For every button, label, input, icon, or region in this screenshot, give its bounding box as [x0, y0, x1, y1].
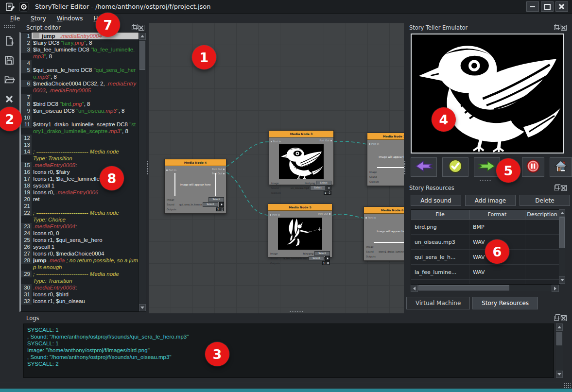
select-button[interactable]: Select	[203, 202, 218, 207]
scroll-up-icon[interactable]	[559, 209, 565, 217]
select-button[interactable]: Select	[314, 251, 330, 256]
scroll-up-icon[interactable]	[556, 324, 563, 331]
code-line[interactable]: 5$qui_sera_le_hero DC8 "qui_sera_le_hero…	[21, 67, 139, 80]
float-panel-icon[interactable]	[554, 316, 559, 321]
media-node[interactable]: Media Node 3Port InPort OutImagebird.png…	[269, 130, 334, 185]
outputs-spinner[interactable]: 1	[324, 191, 331, 195]
menu-story[interactable]: Story	[26, 15, 51, 22]
code-line[interactable]: 3$la_fee_luminelle DC8 "la_fee_luminelle…	[21, 46, 139, 60]
outputs-spinner[interactable]: 1	[322, 261, 330, 265]
close-panel-icon[interactable]	[561, 185, 567, 191]
ok-check-button[interactable]	[442, 157, 468, 177]
code-line[interactable]: 19Icons r0, .mediaEntry0006	[21, 189, 139, 196]
table-hscrollbar[interactable]	[411, 285, 559, 291]
tab-story-resources[interactable]: Story Resources	[472, 297, 538, 309]
toolbar-drag-handle[interactable]	[3, 25, 15, 28]
select-button[interactable]: Select	[316, 181, 331, 186]
menu-file[interactable]: File	[6, 15, 24, 22]
column-header[interactable]: Description	[525, 210, 559, 219]
code-line[interactable]: 10	[21, 114, 139, 121]
close-panel-icon[interactable]	[561, 25, 567, 31]
add-image-button[interactable]: Add image	[465, 195, 516, 206]
code-line[interactable]: 12	[21, 135, 139, 141]
scroll-down-icon[interactable]	[556, 371, 563, 378]
node-title[interactable]: Media Node 5	[268, 204, 332, 211]
code-line[interactable]: 32Icons r1, $un_oiseau	[21, 298, 139, 305]
select-button[interactable]: Select	[310, 186, 326, 190]
port-out[interactable]: Port Out	[318, 212, 330, 217]
back-arrow-button[interactable]	[411, 157, 437, 177]
port-in[interactable]: Port In	[271, 140, 281, 143]
code-line[interactable]: 27Icons r0, $mediaChoice0004	[21, 250, 139, 257]
column-header[interactable]: Format	[469, 210, 525, 219]
node-canvas[interactable]: Media Node 4Port InPort OutPort OutImage…	[149, 23, 404, 313]
code-line[interactable]: 25Icons r1, $qui_sera_le_hero	[21, 237, 139, 243]
code-line[interactable]: 14; ---------------------------- Media n…	[21, 148, 139, 162]
menu-windows[interactable]: Windows	[52, 15, 87, 22]
close-button[interactable]	[555, 1, 568, 12]
splitter-left[interactable]	[146, 160, 149, 175]
media-node[interactable]: Media Node 6Port InImage will appear her…	[364, 206, 404, 261]
code-line[interactable]: 21	[21, 203, 139, 209]
scroll-down-icon[interactable]	[559, 276, 565, 284]
table-row[interactable]: bird.pngBMP	[411, 220, 559, 235]
table-header-row[interactable]: FileFormatDescription	[411, 210, 559, 220]
port-in[interactable]: Port In	[270, 213, 280, 216]
node-title[interactable]: Media Node 6	[364, 207, 404, 214]
media-node[interactable]: Media Node 2Port InImage will appear her…	[367, 133, 404, 186]
code-line[interactable]: 26syscall 1	[21, 243, 139, 250]
code-line[interactable]: 1jump .mediaEntry0004	[21, 33, 139, 39]
new-file-button[interactable]	[2, 34, 17, 49]
speaker-icon[interactable]	[327, 186, 331, 190]
scroll-left-icon[interactable]	[411, 285, 418, 292]
code-line[interactable]: 29; ---------------------------- Media n…	[21, 271, 139, 284]
code-line[interactable]: 2$fairy DC8 "fairy.png", 8	[21, 39, 139, 46]
code-line[interactable]: 13	[21, 141, 139, 148]
scroll-down-icon[interactable]	[139, 304, 146, 311]
code-line[interactable]: 24Icons r0, 0	[21, 230, 139, 237]
logs-scrollbar[interactable]	[556, 324, 563, 378]
float-panel-icon[interactable]	[554, 186, 559, 190]
open-folder-button[interactable]	[2, 73, 17, 88]
close-project-button[interactable]	[2, 93, 17, 107]
window-resize-grip[interactable]	[564, 383, 571, 389]
scroll-right-icon[interactable]	[552, 285, 559, 292]
media-node[interactable]: Media Node 4Port InPort OutPort OutImage…	[164, 159, 226, 214]
titlebar[interactable]: StoryTeller Editor - /home/anthony/ostpr…	[0, 0, 572, 14]
port-out[interactable]: Port Out	[319, 139, 332, 143]
code-line[interactable]: 4	[21, 60, 139, 67]
logs-output[interactable]: SYSCALL: 1, Sound: "/home/anthony/ostpro…	[23, 324, 554, 378]
save-button[interactable]	[2, 54, 17, 68]
table-row[interactable]: la_fee_lumine...WAV	[411, 265, 559, 280]
speaker-icon[interactable]	[219, 202, 224, 207]
code-editor[interactable]: 1jump .mediaEntry00042$fairy DC8 "fairy.…	[19, 32, 146, 312]
node-title[interactable]: Media Node 3	[269, 131, 333, 137]
splitter-bottom[interactable]	[289, 310, 304, 313]
float-panel-icon[interactable]	[554, 25, 559, 30]
scroll-up-icon[interactable]	[139, 33, 146, 40]
code-line[interactable]: 23.mediaEntry0004:	[21, 223, 139, 230]
emulator-drag-handle[interactable]	[479, 179, 492, 182]
port-in[interactable]: Port In	[369, 142, 379, 145]
delete-button[interactable]: Delete	[520, 195, 570, 206]
outputs-spinner[interactable]: 2	[216, 207, 224, 211]
code-line[interactable]: 22; ---------------------------- Media n…	[21, 209, 139, 223]
table-vscrollbar[interactable]	[559, 209, 565, 284]
select-button[interactable]: Select	[208, 197, 224, 202]
tab-virtual-machine[interactable]: Virtual Machine	[406, 297, 470, 309]
home-button[interactable]	[550, 157, 572, 177]
node-title[interactable]: Media Node 2	[367, 133, 404, 140]
port-in[interactable]: Port In	[166, 169, 176, 171]
code-line[interactable]: 8$bird DC8 "bird.png", 8	[21, 101, 139, 107]
code-line[interactable]: 31Icons r0, $bird	[21, 291, 139, 298]
minimize-button[interactable]	[526, 1, 539, 12]
close-panel-icon[interactable]	[561, 315, 567, 321]
code-line[interactable]: 11$story1_drako_luminelle_sceptre DC8 "s…	[21, 121, 139, 135]
select-button[interactable]: Select	[309, 256, 324, 261]
code-line[interactable]: 7	[21, 94, 139, 101]
code-line[interactable]: 28jump .media ; no return possible, so a…	[21, 257, 139, 271]
column-header[interactable]: File	[411, 210, 469, 219]
port-in[interactable]: Port In	[365, 216, 376, 219]
code-line[interactable]: 9$un_oiseau DC8 "un_oiseau.mp3", 8	[21, 107, 139, 114]
pause-button[interactable]	[522, 157, 544, 177]
